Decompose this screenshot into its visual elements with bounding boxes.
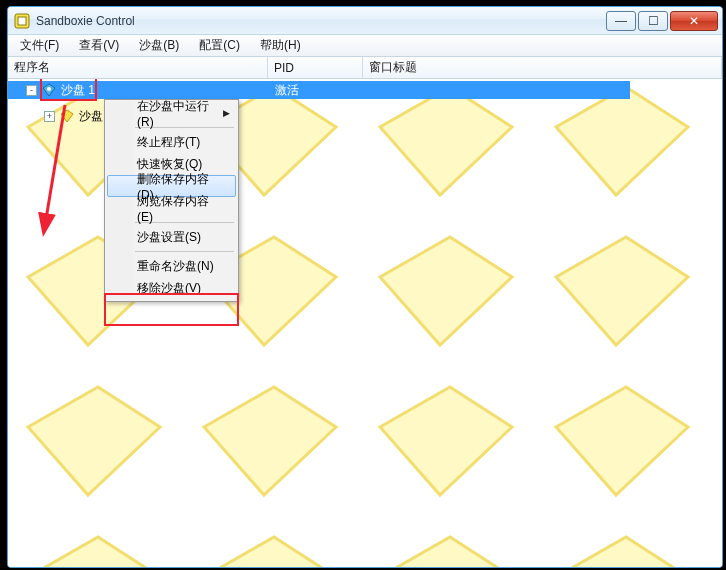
app-icon [14,13,30,29]
cm-remove[interactable]: 移除沙盘(V) [107,277,236,299]
tree-label: 沙盘 1 [61,82,95,99]
cm-label: 沙盘设置(S) [137,229,201,246]
col-header-pid[interactable]: PID [268,57,363,78]
cm-label: 重命名沙盘(N) [137,258,214,275]
cm-label: 浏览保存内容(E) [137,193,220,224]
cm-label: 终止程序(T) [137,134,200,151]
content-area: - 沙盘 1 激活 + [8,79,722,567]
svg-rect-1 [18,17,26,25]
window-title: Sandboxie Control [36,14,135,28]
tree-toggle-icon[interactable]: + [44,111,55,122]
cm-settings[interactable]: 沙盘设置(S) [107,226,236,248]
main-window: Sandboxie Control — ☐ ✕ 文件(F) 查看(V) 沙盘(B… [7,6,723,568]
cm-run-in-sandbox[interactable]: 在沙盘中运行(R) ▶ [107,102,236,124]
close-icon: ✕ [689,14,699,28]
maximize-button[interactable]: ☐ [638,11,668,31]
cm-terminate[interactable]: 终止程序(T) [107,131,236,153]
menu-config[interactable]: 配置(C) [191,35,248,56]
svg-point-3 [47,87,51,91]
menu-help[interactable]: 帮助(H) [252,35,309,56]
minimize-button[interactable]: — [606,11,636,31]
tree-status: 激活 [275,82,299,99]
col-header-name[interactable]: 程序名 [8,57,268,78]
tree-toggle-icon[interactable]: - [26,85,37,96]
sandbox-active-icon [41,82,57,98]
cm-label: 在沙盘中运行(R) [137,98,220,129]
maximize-icon: ☐ [648,14,659,28]
submenu-arrow-icon: ▶ [223,108,230,118]
screenshot-frame: Sandboxie Control — ☐ ✕ 文件(F) 查看(V) 沙盘(B… [0,0,726,570]
menu-file[interactable]: 文件(F) [12,35,67,56]
context-menu-separator [135,251,234,252]
sandbox-icon [59,108,75,124]
cm-rename[interactable]: 重命名沙盘(N) [107,255,236,277]
cm-browse-contents[interactable]: 浏览保存内容(E) [107,197,236,219]
tree-row-sandbox1[interactable]: - 沙盘 1 激活 [8,81,630,99]
menubar: 文件(F) 查看(V) 沙盘(B) 配置(C) 帮助(H) [8,35,722,57]
col-header-title[interactable]: 窗口标题 [363,57,722,78]
menu-view[interactable]: 查看(V) [71,35,127,56]
close-button[interactable]: ✕ [670,11,718,31]
window-controls: — ☐ ✕ [604,11,718,31]
list-header: 程序名 PID 窗口标题 [8,57,722,79]
cm-label: 移除沙盘(V) [137,280,201,297]
menu-sandbox[interactable]: 沙盘(B) [131,35,187,56]
titlebar[interactable]: Sandboxie Control — ☐ ✕ [8,7,722,35]
minimize-icon: — [615,14,627,28]
context-menu: 在沙盘中运行(R) ▶ 终止程序(T) 快速恢复(Q) 删除保存内容(D) 浏览… [104,99,239,302]
